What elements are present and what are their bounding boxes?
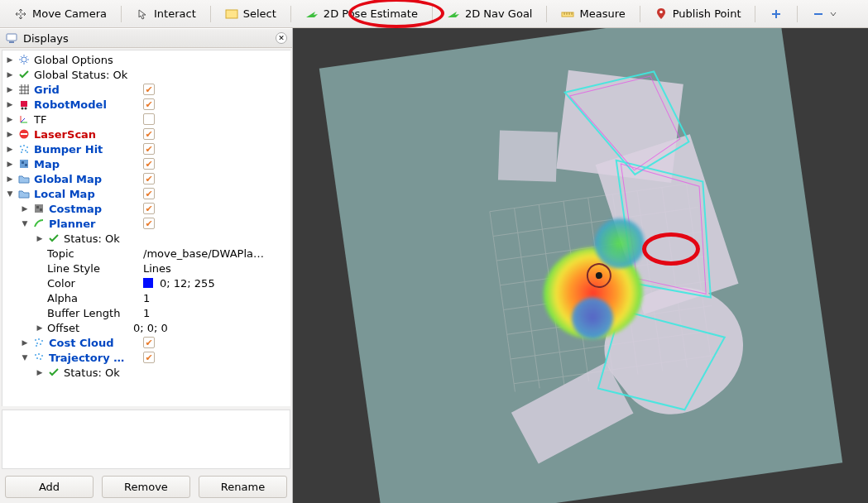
svg-rect-22 [36, 206, 39, 208]
tree-item-label: Status: Ok [64, 366, 120, 379]
caret-icon[interactable]: ▶ [21, 338, 29, 347]
caret-icon[interactable]: ▶ [36, 323, 44, 332]
add-tool-button[interactable] [760, 4, 792, 24]
checkbox[interactable] [143, 143, 155, 155]
svg-rect-10 [21, 133, 27, 135]
check-icon [47, 232, 60, 245]
add-button[interactable]: Add [5, 476, 94, 498]
svg-point-30 [35, 354, 36, 356]
tree-item-costmap[interactable]: ▶ Costmap [2, 201, 290, 216]
measure-button[interactable]: Measure [552, 4, 634, 24]
prop-value[interactable]: 0; 0; 0 [133, 322, 168, 334]
nav-goal-label: 2D Nav Goal [465, 7, 533, 20]
caret-icon[interactable]: ▶ [6, 145, 14, 153]
toolbar-separator [290, 6, 291, 22]
tree-item-tf[interactable]: ▶ TF [2, 112, 290, 127]
tree-item-bumperhit[interactable]: ▶ Bumper Hit [2, 141, 290, 156]
caret-icon[interactable]: ▶ [36, 368, 44, 376]
prop-value[interactable]: 0; 12; 255 [160, 277, 215, 290]
caret-icon[interactable]: ▶ [6, 115, 14, 123]
pose-estimate-button[interactable]: 2D Pose Estimate [296, 4, 427, 24]
tree-item-localmap[interactable]: ▼ Local Map [2, 186, 290, 201]
toolbar-separator [797, 6, 798, 22]
toolbar-separator [210, 6, 211, 22]
tree-prop-topic[interactable]: ▶ Topic /move_base/DWAPla… [2, 246, 290, 261]
interact-button[interactable]: Interact [127, 4, 205, 24]
caret-icon[interactable]: ▶ [6, 160, 14, 168]
tree-item-planner[interactable]: ▼ Planner [2, 216, 290, 231]
move-camera-button[interactable]: Move Camera [5, 4, 116, 24]
checkbox[interactable] [143, 158, 155, 170]
tree-prop-bufferlen[interactable]: ▶ Buffer Length 1 [2, 305, 290, 320]
publish-point-button[interactable]: Publish Point [645, 4, 751, 24]
svg-point-17 [26, 151, 28, 153]
caret-icon[interactable]: ▶ [36, 234, 44, 242]
svg-point-16 [21, 151, 22, 153]
caret-icon[interactable]: ▶ [6, 85, 14, 93]
select-button[interactable]: Select [216, 4, 285, 24]
tree-item-global-options[interactable]: ▶ Global Options [2, 52, 290, 67]
robot-footprint [580, 256, 617, 294]
tree-prop-color[interactable]: ▶ Color 0; 12; 255 [2, 275, 290, 290]
tree-item-robotmodel[interactable]: ▶ RobotModel [2, 97, 290, 112]
tree-prop-alpha[interactable]: ▶ Alpha 1 [2, 290, 290, 305]
checkbox[interactable] [143, 173, 155, 184]
checkbox[interactable] [143, 352, 155, 363]
nav-goal-button[interactable]: 2D Nav Goal [438, 4, 542, 24]
tree-item-global-status[interactable]: ▶ Global Status: Ok [2, 67, 290, 82]
prop-value[interactable]: /move_base/DWAPla… [143, 247, 264, 260]
tree-prop-offset[interactable]: ▶ Offset 0; 0; 0 [2, 320, 290, 335]
rename-button[interactable]: Rename [199, 476, 287, 498]
remove-tool-button[interactable] [803, 4, 846, 24]
remove-button[interactable]: Remove [102, 476, 190, 498]
tree-item-laserscan[interactable]: ▶ LaserScan [2, 127, 290, 141]
pin-icon [655, 7, 668, 21]
caret-icon[interactable]: ▶ [6, 130, 14, 138]
caret-icon[interactable]: ▼ [21, 219, 29, 228]
checkbox[interactable] [143, 98, 155, 110]
tree-item-map[interactable]: ▶ Map [2, 156, 290, 171]
checkbox[interactable] [143, 128, 155, 140]
tree-prop-linestyle[interactable]: ▶ Line Style Lines [2, 261, 290, 275]
tree-item-label: RobotModel [34, 98, 140, 111]
caret-icon[interactable]: ▶ [21, 204, 29, 213]
toolbar-separator [755, 6, 755, 22]
tree-item-planner-status[interactable]: ▶ Status: Ok [2, 231, 290, 246]
checkbox[interactable] [143, 84, 155, 95]
move-camera-label: Move Camera [32, 7, 107, 20]
select-icon [225, 7, 238, 21]
prop-value[interactable]: Lines [143, 262, 171, 275]
displays-panel-header[interactable]: Displays ✕ [0, 28, 292, 48]
select-label: Select [243, 7, 276, 20]
prop-label: Alpha [47, 292, 140, 304]
checkbox[interactable] [143, 113, 155, 125]
tree-item-label: Bumper Hit [34, 143, 140, 156]
checkbox[interactable] [143, 188, 155, 199]
caret-icon[interactable]: ▶ [6, 55, 14, 64]
svg-point-15 [25, 150, 26, 151]
caret-icon[interactable]: ▶ [6, 70, 14, 79]
checkbox[interactable] [143, 337, 155, 348]
rename-button-label: Rename [221, 481, 265, 493]
svg-point-8 [25, 108, 27, 110]
tree-item-trajectory-status[interactable]: ▶ Status: Ok [2, 365, 290, 380]
close-icon[interactable]: ✕ [276, 32, 287, 44]
svg-rect-0 [226, 10, 237, 18]
displays-tree[interactable]: ▶ Global Options ▶ Global Status: Ok ▶ G… [2, 50, 290, 406]
tree-item-globalmap[interactable]: ▶ Global Map [2, 171, 290, 186]
caret-icon[interactable]: ▶ [6, 100, 14, 108]
caret-icon[interactable]: ▼ [21, 353, 29, 362]
tree-item-costcloud[interactable]: ▶ Cost Cloud [2, 335, 290, 350]
tree-item-trajectory[interactable]: ▼ Trajectory … [2, 350, 290, 365]
check-icon [17, 68, 31, 81]
checkbox[interactable] [143, 203, 155, 214]
caret-icon[interactable]: ▼ [6, 189, 14, 198]
prop-value[interactable]: 1 [143, 307, 150, 319]
tree-item-grid[interactable]: ▶ Grid [2, 82, 290, 97]
interact-label: Interact [154, 7, 196, 20]
prop-value[interactable]: 1 [143, 292, 150, 304]
checkbox[interactable] [143, 218, 155, 229]
annotation-ellipse-goal [642, 232, 700, 266]
caret-icon[interactable]: ▶ [6, 175, 14, 183]
rviz-viewport[interactable] [293, 28, 868, 503]
